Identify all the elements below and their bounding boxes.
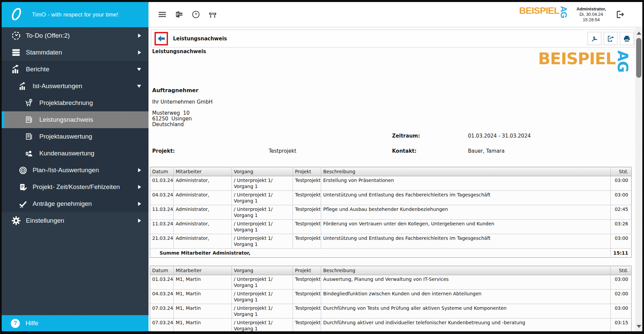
sidebar-item-label: Projektabrechnung [39, 99, 93, 107]
table-cell: 07.03.24 [150, 319, 174, 332]
table-cell: 03:00 [611, 191, 632, 205]
sidebar-item-label: Projekt- Zeit/Kosten/Fehlzeiten [33, 183, 120, 191]
sidebar-item-todo[interactable]: To-Do (Offen:2) [2, 27, 148, 44]
company-logo-word: BEISPIEL [519, 6, 559, 15]
table-cell: / Unterprojekt 1/ Vorgang 1 [232, 234, 293, 249]
report-company-logo: BEISPIEL AG [538, 50, 630, 84]
checkmark-icon [18, 199, 28, 209]
table-row: 01.03.24Administrator,/ Unterprojekt 1/ … [150, 176, 632, 191]
sidebar-item-stammdaten[interactable]: Stammdaten [2, 44, 148, 61]
sidebar-item-plan-ist-auswertungen[interactable]: Plan-/Ist-Auswertungen [2, 162, 148, 179]
current-date: Di, 30.04.24 [576, 12, 606, 17]
col-header-std: Std. [611, 266, 632, 275]
help-label: Hilfe [26, 320, 38, 327]
pdf-export-button[interactable] [588, 32, 601, 45]
table-row: 04.03.24Administrator,/ Unterprojekt 1/ … [150, 191, 632, 205]
zeitraum-value: 01.03.2024 - 31.03.2024 [468, 133, 531, 139]
sidebar-item-berichte[interactable]: Berichte [2, 61, 148, 78]
barrier-icon[interactable] [208, 10, 217, 19]
table-cell: 04.03.24 [150, 290, 174, 304]
document-icon [25, 115, 33, 124]
sidebar-item-projekt-zeit-kosten[interactable]: Projekt- Zeit/Kosten/Fehlzeiten [2, 179, 148, 195]
table-cell: 02:45 [611, 205, 632, 220]
table-cell: / Unterprojekt 1/ Vorgang 1 [232, 304, 293, 319]
projects-icon[interactable]: P [175, 10, 183, 19]
scrollbar-thumb[interactable] [636, 38, 641, 78]
svg-text:P: P [176, 12, 179, 16]
scroll-down-arrow-icon[interactable] [637, 325, 641, 328]
help-button[interactable]: ? Hilfe [2, 315, 148, 331]
report-content: Leistungsnachweis Leistungsnachweis BEIS… [148, 28, 642, 331]
kontakt-label: Kontakt: [392, 148, 417, 154]
sidebar-item-leistungsnachweis[interactable]: Leistungsnachweis [2, 111, 148, 128]
clock-icon[interactable] [191, 10, 200, 19]
app-window: TimO - with respect for your time! To-Do… [0, 0, 644, 334]
chart-icon [11, 64, 21, 74]
table-cell: 04.03.24 [150, 191, 174, 205]
print-button[interactable] [620, 32, 634, 45]
table-row: 04.03.24M1, Martin/ Unterprojekt 1/ Vorg… [150, 290, 632, 304]
col-header-mitarbeiter: Mitarbeiter [174, 167, 232, 176]
sidebar-item-antraege-genehmigen[interactable]: Anträge genehmigen [2, 195, 148, 212]
timo-logo-icon [10, 5, 23, 24]
question-mark-icon: ? [11, 319, 20, 328]
brand-tagline: TimO - with respect for your time! [32, 11, 118, 18]
sidebar-item-projektabrechnung[interactable]: $ Projektabrechnung [2, 95, 148, 111]
menu-icon[interactable] [158, 10, 167, 19]
projekt-value: Testprojekt [269, 148, 296, 154]
table-cell: 01.03.24 [150, 176, 174, 191]
table-cell: M1, Martin [174, 304, 232, 319]
table-cell: Administrator, [174, 205, 232, 220]
sidebar-item-label: Leistungsnachweis [39, 116, 93, 123]
sidebar-item-label: Stammdaten [26, 49, 62, 56]
summary-value: 15:11 [611, 249, 632, 258]
contractor-company: Ihr Unternehmen GmbH [152, 99, 213, 105]
scroll-up-arrow-icon[interactable] [637, 32, 641, 35]
table-cell: / Unterprojekt 1/ Vorgang 1 [232, 220, 293, 234]
projekt-label: Projekt: [152, 148, 175, 154]
sidebar: TimO - with respect for your time! To-Do… [2, 2, 148, 331]
table-row: 07.03.24M1, Martin/ Unterprojekt 1/ Vorg… [150, 304, 632, 319]
back-button[interactable] [157, 34, 166, 43]
sidebar-item-label: Projektauswertung [39, 133, 92, 140]
sidebar-item-label: To-Do (Offen:2) [26, 32, 70, 39]
table-cell: 07.03.24 [150, 304, 174, 319]
chevron-right-icon [138, 34, 141, 38]
brand-header: TimO - with respect for your time! [2, 2, 148, 27]
contractor-label: Auftragnehmer [152, 87, 199, 94]
zeitraum-label: Zeitraum: [392, 133, 420, 139]
table-cell: / Unterprojekt 1/ Vorgang 1 [232, 319, 293, 332]
chevron-right-icon [138, 202, 141, 206]
summary-row: Summe Mitarbeiter Administrator, 15:11 [150, 249, 632, 258]
report-logo-word: BEISPIEL [538, 50, 615, 67]
table-cell: Unterstützung und Entlastung des Fachber… [321, 191, 611, 205]
table-cell: Pflege und Ausbau bestehender Kundenbezi… [321, 205, 611, 220]
table-cell: 21.03.24 [150, 234, 174, 249]
sidebar-item-projektauswertung[interactable]: Projektauswertung [2, 128, 148, 145]
chevron-right-icon [138, 219, 141, 223]
table-row: 01.03.24M1, Martin/ Unterprojekt 1/ Vorg… [150, 275, 632, 290]
sidebar-item-kundenauswertung[interactable]: Kundenauswertung [2, 145, 148, 162]
page-title: Leistungsnachweis [173, 36, 227, 42]
user-name: Administrator, [576, 6, 606, 12]
table-cell: / Unterprojekt 1/ Vorgang 1 [232, 275, 293, 290]
table-cell: 03:15 [611, 319, 632, 332]
table-cell: Auswertung, Planung und Verwaltung von I… [321, 275, 611, 290]
chart-icon [18, 82, 28, 91]
main-area: P BEISPIEL AG Administrator, Di, 30.04.2… [148, 2, 642, 331]
table-cell: / Unterprojekt 1/ Vorgang 1 [232, 191, 293, 205]
document-pencil-icon [18, 183, 28, 192]
export-button[interactable] [604, 32, 617, 45]
sidebar-item-ist-auswertungen[interactable]: Ist-Auswertungen [2, 78, 148, 95]
vertical-scrollbar [635, 28, 642, 331]
table-cell: Durchführung aktiver und individueller t… [321, 319, 611, 332]
table-row: 11.03.24Administrator,/ Unterprojekt 1/ … [150, 220, 632, 234]
sidebar-item-einstellungen[interactable]: Einstellungen [2, 212, 148, 229]
table-header-row: Datum Mitarbeiter Vorgang Projekt Beschr… [150, 266, 632, 275]
table-cell: 11.03.24 [150, 220, 174, 234]
table-cell: 03:26 [611, 220, 632, 234]
logout-icon[interactable] [615, 9, 625, 20]
target-icon [18, 166, 28, 175]
table-cell: Testprojekt [293, 234, 321, 249]
svg-text:$: $ [30, 99, 31, 102]
